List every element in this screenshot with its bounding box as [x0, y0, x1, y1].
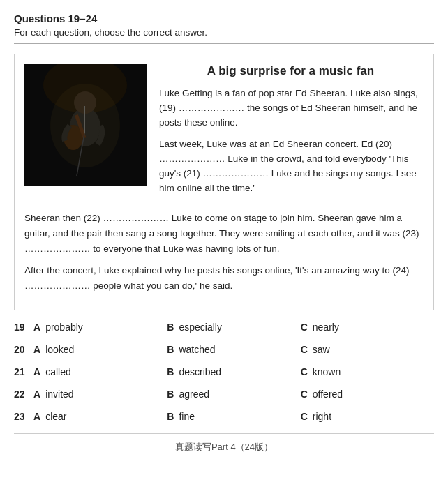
question-option: Alooked	[33, 344, 167, 355]
option-letter: C	[301, 389, 308, 400]
option-text: described	[179, 366, 221, 377]
question-option: Aprobably	[33, 322, 167, 333]
question-option: Ainvited	[33, 389, 167, 400]
option-letter: A	[33, 411, 40, 422]
question-option: Bwatched	[167, 344, 300, 355]
article-header: A big surprise for a music fan Luke Gett…	[24, 64, 422, 202]
footer-text: 真题读写Part 4（24版）	[14, 441, 434, 453]
question-number: 21	[14, 366, 33, 377]
question-option: Csaw	[301, 344, 434, 355]
option-text: especially	[179, 322, 221, 333]
questions-section: 19AprobablyBespeciallyCnearly20AlookedBw…	[14, 322, 434, 422]
option-text: invited	[45, 389, 73, 400]
option-letter: A	[33, 322, 40, 333]
question-option: Bagreed	[167, 389, 300, 400]
question-option: Bdescribed	[167, 366, 300, 377]
bottom-divider	[14, 433, 434, 434]
option-letter: B	[167, 322, 174, 333]
option-letter: A	[33, 366, 40, 377]
question-option: Bfine	[167, 411, 300, 422]
option-text: called	[45, 366, 71, 377]
question-option: Aclear	[33, 411, 167, 422]
option-letter: C	[301, 411, 308, 422]
option-letter: B	[167, 389, 174, 400]
question-options: AcalledBdescribedCknown	[33, 366, 434, 377]
option-text: clear	[45, 411, 66, 422]
option-text: fine	[179, 411, 195, 422]
question-option: Bespecially	[167, 322, 300, 333]
question-number: 23	[14, 411, 33, 422]
question-row: 19AprobablyBespeciallyCnearly	[14, 322, 434, 333]
question-options: AclearBfineCright	[33, 411, 434, 422]
option-text: agreed	[179, 389, 209, 400]
article-para-2: Last week, Luke was at an Ed Sheeran con…	[159, 137, 422, 196]
question-option: Cnearly	[301, 322, 434, 333]
question-option: Acalled	[33, 366, 167, 377]
option-text: nearly	[313, 322, 339, 333]
article-right: A big surprise for a music fan Luke Gett…	[159, 64, 422, 202]
option-letter: B	[167, 344, 174, 355]
article-para-3: Sheeran then (22) ………………… Luke to come o…	[24, 211, 422, 256]
top-divider	[14, 43, 434, 44]
question-option: Cknown	[301, 366, 434, 377]
option-text: right	[313, 411, 331, 422]
option-letter: A	[33, 344, 40, 355]
option-text: known	[313, 366, 341, 377]
option-letter: C	[301, 366, 308, 377]
article-title: A big surprise for a music fan	[159, 64, 422, 78]
option-text: watched	[179, 344, 215, 355]
option-letter: B	[167, 366, 174, 377]
article-para-4: After the concert, Luke explained why he…	[24, 263, 422, 293]
question-number: 19	[14, 322, 33, 333]
option-text: probably	[45, 322, 83, 333]
question-options: AprobablyBespeciallyCnearly	[33, 322, 434, 333]
question-option: Coffered	[301, 389, 434, 400]
section-instruction: For each question, choose the correct an…	[14, 27, 434, 38]
question-number: 22	[14, 389, 33, 400]
option-letter: C	[301, 344, 308, 355]
question-number: 20	[14, 344, 33, 355]
svg-point-7	[50, 84, 120, 167]
article-box: A big surprise for a music fan Luke Gett…	[14, 54, 434, 310]
option-text: offered	[313, 389, 343, 400]
question-options: AinvitedBagreedCoffered	[33, 389, 434, 400]
option-letter: A	[33, 389, 40, 400]
option-text: looked	[45, 344, 74, 355]
question-option: Cright	[301, 411, 434, 422]
question-row: 20AlookedBwatchedCsaw	[14, 344, 434, 355]
option-letter: B	[167, 411, 174, 422]
question-row: 23AclearBfineCright	[14, 411, 434, 422]
article-image	[24, 64, 147, 186]
question-row: 22AinvitedBagreedCoffered	[14, 389, 434, 400]
article-para-1: Luke Getting is a fan of pop star Ed She…	[159, 86, 422, 130]
question-options: AlookedBwatchedCsaw	[33, 344, 434, 355]
article-body: Sheeran then (22) ………………… Luke to come o…	[24, 211, 422, 293]
option-letter: C	[301, 322, 308, 333]
question-row: 21AcalledBdescribedCknown	[14, 366, 434, 377]
option-text: saw	[313, 344, 330, 355]
section-title: Questions 19–24	[14, 13, 434, 24]
